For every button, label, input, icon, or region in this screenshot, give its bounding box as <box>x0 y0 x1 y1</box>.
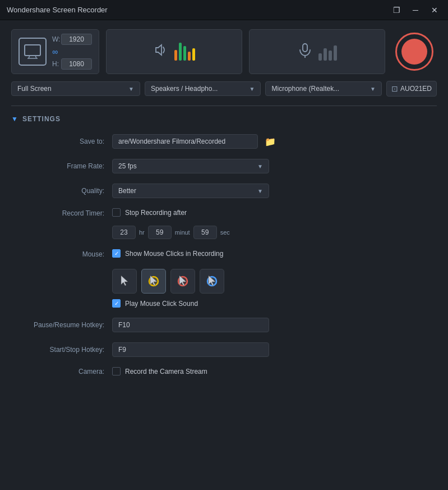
timer-min-unit: minut <box>175 229 190 236</box>
minimize-button[interactable]: ─ <box>409 3 422 17</box>
record-timer-row: Record Timer: Stop Recording after hr mi… <box>11 208 437 239</box>
mouse-label: Mouse: <box>11 249 112 308</box>
stop-recording-row: Stop Recording after <box>112 208 187 217</box>
show-mouse-clicks-row: Show Mouse Clicks in Recording <box>112 249 223 258</box>
link-row: ∞ <box>52 47 92 56</box>
settings-title: SETTINGS <box>22 115 61 123</box>
svg-rect-4 <box>303 44 307 52</box>
pause-resume-label: Pause/Resume Hotkey: <box>11 321 112 329</box>
audio-device-dropdown[interactable]: Speakers / Headpho... ▼ <box>145 81 261 96</box>
play-mouse-click-sound-label: Play Mouse Click Sound <box>125 300 198 308</box>
video-area: W: ∞ H: <box>11 29 99 74</box>
mic-device-chevron: ▼ <box>370 86 376 92</box>
save-path-input[interactable] <box>112 134 258 149</box>
timer-hour-input[interactable] <box>112 226 136 239</box>
main-content: W: ∞ H: <box>0 20 448 395</box>
camera-stream-checkbox[interactable] <box>112 367 121 375</box>
play-mouse-click-sound-checkbox[interactable] <box>112 299 121 308</box>
frame-rate-dropdown[interactable]: 25 fps ▼ <box>112 159 269 173</box>
mic-bar <box>324 48 327 61</box>
quality-row: Quality: Better ▼ <box>11 184 437 198</box>
timer-inputs: hr minut sec <box>112 226 230 239</box>
titlebar: Wondershare Screen Recorder ❐ ─ ✕ <box>0 0 448 20</box>
timer-sec-unit: sec <box>220 229 230 236</box>
svg-rect-0 <box>25 45 40 56</box>
record-timer-control: Stop Recording after hr minut sec <box>112 208 437 239</box>
stop-recording-checkbox[interactable] <box>112 208 121 217</box>
record-dot <box>401 39 427 65</box>
start-stop-row: Start/Stop Hotkey: <box>11 342 437 357</box>
width-input[interactable] <box>61 34 92 45</box>
audio-device-label: Speakers / Headpho... <box>151 85 218 93</box>
click-style-1-button[interactable] <box>112 269 137 294</box>
settings-toggle[interactable]: ▼ <box>11 115 18 123</box>
save-to-label: Save to: <box>11 138 112 145</box>
start-stop-label: Start/Stop Hotkey: <box>11 346 112 354</box>
mouse-control: Show Mouse Clicks in Recording <box>112 249 437 308</box>
mic-bar <box>334 45 337 61</box>
frame-rate-value: 25 fps <box>118 162 137 170</box>
click-style-3-button[interactable] <box>170 269 195 294</box>
width-label: W: <box>52 35 59 43</box>
record-timer-label: Record Timer: <box>11 208 112 217</box>
height-row: H: <box>52 58 92 70</box>
record-button[interactable] <box>395 33 433 71</box>
eq-bar <box>174 50 177 61</box>
frame-rate-control: 25 fps ▼ <box>112 159 437 173</box>
camera-stream-row: Record the Camera Stream <box>112 367 207 375</box>
start-stop-control <box>112 342 437 357</box>
width-row: W: <box>52 34 92 45</box>
pause-resume-row: Pause/Resume Hotkey: <box>11 318 437 332</box>
eq-bar <box>179 43 182 61</box>
play-mouse-click-sound-row: Play Mouse Click Sound <box>112 299 198 308</box>
timer-second-input[interactable] <box>193 226 217 239</box>
close-button[interactable]: ✕ <box>428 3 441 17</box>
monitor-icon: ⊡ <box>391 84 398 93</box>
pause-resume-control <box>112 318 437 332</box>
dropdown-row: Full Screen ▼ Speakers / Headpho... ▼ Mi… <box>11 81 437 97</box>
link-icon: ∞ <box>52 47 58 56</box>
quality-control: Better ▼ <box>112 184 437 198</box>
restore-button[interactable]: ❐ <box>390 3 403 17</box>
click-style-4-button[interactable] <box>200 269 224 294</box>
frame-rate-row: Frame Rate: 25 fps ▼ <box>11 159 437 173</box>
mic-device-dropdown[interactable]: Microphone (Realtek... ▼ <box>265 81 381 96</box>
divider <box>11 106 437 106</box>
click-style-2-button[interactable] <box>141 269 166 294</box>
quality-chevron: ▼ <box>257 188 263 194</box>
app-title: Wondershare Screen Recorder <box>7 6 108 14</box>
show-mouse-clicks-checkbox[interactable] <box>112 249 121 258</box>
window-controls: ❐ ─ ✕ <box>390 3 441 17</box>
save-to-row: Save to: 📁 <box>11 134 437 149</box>
height-input[interactable] <box>61 58 92 70</box>
audio-area <box>106 29 242 74</box>
start-stop-input[interactable] <box>112 342 269 357</box>
mic-bar <box>318 53 322 61</box>
eq-bar <box>188 52 191 61</box>
audio-equalizer <box>174 43 195 61</box>
top-controls-row: W: ∞ H: <box>11 29 437 74</box>
mic-bar <box>329 51 332 61</box>
settings-header: ▼ SETTINGS <box>11 115 437 123</box>
save-to-control: 📁 <box>112 134 437 149</box>
browse-folder-button[interactable]: 📁 <box>262 135 278 148</box>
camera-row: Camera: Record the Camera Stream <box>11 367 437 375</box>
timer-hr-unit: hr <box>139 229 145 236</box>
screen-icon <box>19 38 47 66</box>
click-style-row <box>112 269 224 294</box>
mic-equalizer <box>318 43 337 61</box>
timer-minute-input[interactable] <box>148 226 172 239</box>
quality-dropdown[interactable]: Better ▼ <box>112 184 269 198</box>
screen-mode-dropdown[interactable]: Full Screen ▼ <box>11 81 140 96</box>
frame-rate-chevron: ▼ <box>257 163 263 170</box>
show-mouse-clicks-label: Show Mouse Clicks in Recording <box>125 250 223 258</box>
mic-area <box>249 29 385 74</box>
height-label: H: <box>52 60 59 68</box>
record-button-area <box>392 29 437 74</box>
monitor-dropdown[interactable]: ⊡ AUO21ED <box>386 81 437 97</box>
eq-bar <box>183 46 186 61</box>
pause-resume-input[interactable] <box>112 318 269 332</box>
camera-label: Camera: <box>11 368 112 375</box>
mouse-row: Mouse: Show Mouse Clicks in Recording <box>11 249 437 308</box>
quality-label: Quality: <box>11 187 112 195</box>
